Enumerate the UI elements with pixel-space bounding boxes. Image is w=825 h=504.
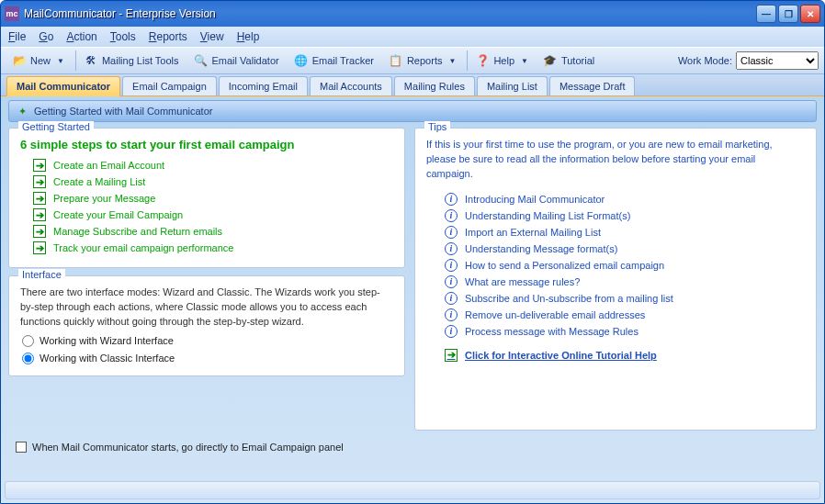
radio-classic[interactable]: Working with Classic Interface	[22, 353, 393, 364]
menu-reports[interactable]: Reports	[149, 30, 187, 43]
startup-checkbox-row[interactable]: When Mail Communicator starts, go direct…	[16, 442, 824, 453]
tip-link-subscribe[interactable]: iSubscribe and Un-subscribe from a maili…	[445, 292, 805, 305]
info-icon: i	[445, 242, 458, 255]
help-button[interactable]: ❓ Help ▼	[469, 51, 534, 70]
tab-incoming-email[interactable]: Incoming Email	[219, 76, 308, 95]
startup-checkbox-label: When Mail Communicator starts, go direct…	[32, 442, 344, 453]
separator	[75, 50, 76, 71]
tab-mailing-rules[interactable]: Mailing Rules	[394, 76, 475, 95]
work-mode-label: Work Mode:	[678, 55, 732, 66]
info-icon: i	[445, 292, 458, 305]
tips-intro: If this is your first time to use the pr…	[426, 138, 805, 182]
toolbar: 📂 New ▼ 🛠 Mailing List Tools 🔍 Email Val…	[1, 47, 824, 74]
help-icon: ❓	[475, 53, 490, 68]
email-tracker-button[interactable]: 🌐 Email Tracker	[288, 51, 379, 70]
getting-started-heading: 6 simple steps to start your first email…	[20, 138, 393, 151]
tip-link-personalized[interactable]: iHow to send a Personalized email campai…	[445, 259, 805, 272]
mailing-list-tools-button[interactable]: 🛠 Mailing List Tools	[78, 51, 185, 70]
tip-link-intro[interactable]: iIntroducing Mail Communicator	[445, 193, 805, 206]
email-validator-button[interactable]: 🔍 Email Validator	[188, 51, 285, 70]
menu-action[interactable]: Action	[66, 30, 96, 43]
arrow-right-icon: ➔	[33, 175, 46, 188]
step-create-campaign[interactable]: ➔Create your Email Campaign	[33, 208, 393, 221]
subheader: ✦ Getting Started with Mail Communicator	[8, 100, 817, 122]
tab-email-campaign[interactable]: Email Campaign	[122, 76, 217, 95]
window-title: MailCommunicator - Enterprise Version	[24, 7, 216, 20]
statusbar	[5, 481, 820, 499]
chevron-down-icon: ▼	[448, 57, 456, 65]
separator	[467, 50, 468, 71]
info-icon: i	[445, 226, 458, 239]
tutorial-button[interactable]: 🎓 Tutorial	[537, 51, 600, 70]
tips-legend: Tips	[424, 121, 450, 132]
tab-mailing-list[interactable]: Mailing List	[477, 76, 548, 95]
startup-checkbox[interactable]	[16, 442, 27, 453]
menu-view[interactable]: View	[200, 30, 224, 43]
minimize-button[interactable]: —	[756, 5, 776, 23]
app-icon: mc	[5, 6, 19, 21]
new-button[interactable]: 📂 New ▼	[6, 51, 70, 70]
menu-tools[interactable]: Tools	[110, 30, 136, 43]
step-create-account[interactable]: ➔Create an Email Account	[33, 159, 393, 172]
tip-link-message-rules[interactable]: iWhat are message rules?	[445, 275, 805, 288]
arrow-right-icon: ➔	[33, 159, 46, 172]
info-icon: i	[445, 209, 458, 222]
app-window: mc MailCommunicator - Enterprise Version…	[0, 0, 825, 504]
info-icon: i	[445, 193, 458, 206]
menu-go[interactable]: Go	[39, 30, 53, 43]
chevron-down-icon: ▼	[57, 57, 64, 65]
wand-icon: ✦	[15, 104, 29, 118]
tutorial-icon: 🎓	[543, 53, 558, 68]
chevron-down-icon: ▼	[521, 57, 528, 65]
tutorial-link[interactable]: ➔Click for Interactive Online Tutorial H…	[445, 349, 805, 362]
folder-icon: 📂	[12, 53, 27, 68]
info-icon: i	[445, 275, 458, 288]
radio-classic-input[interactable]	[22, 353, 34, 364]
tip-link-import-list[interactable]: iImport an External Mailing List	[445, 226, 805, 239]
interface-legend: Interface	[18, 269, 65, 280]
step-prepare-message[interactable]: ➔Prepare your Message	[33, 192, 393, 205]
titlebar: mc MailCommunicator - Enterprise Version…	[1, 1, 824, 27]
arrow-right-icon: ➔	[445, 349, 458, 362]
tabstrip: Mail Communicator Email Campaign Incomin…	[1, 74, 824, 96]
arrow-right-icon: ➔	[33, 241, 46, 254]
tip-link-message-format[interactable]: iUnderstanding Message format(s)	[445, 242, 805, 255]
close-button[interactable]: ✕	[800, 5, 820, 23]
step-create-mailing-list[interactable]: ➔Create a Mailing List	[33, 175, 393, 188]
step-manage-subscribe[interactable]: ➔Manage Subscribe and Return emails	[33, 225, 393, 238]
radio-wizard-input[interactable]	[22, 335, 34, 347]
info-icon: i	[445, 325, 458, 338]
getting-started-panel: Getting Started 6 simple steps to start …	[8, 128, 405, 268]
radio-wizard[interactable]: Working with Wizard Interface	[22, 335, 393, 347]
tip-link-remove-undeliverable[interactable]: iRemove un-deliverable email addresses	[445, 308, 805, 321]
tips-panel: Tips If this is your first time to use t…	[414, 128, 817, 431]
getting-started-legend: Getting Started	[18, 121, 94, 132]
info-icon: i	[445, 308, 458, 321]
interface-text: There are two interface modes: Wizard an…	[20, 286, 393, 330]
arrow-right-icon: ➔	[33, 208, 46, 221]
search-icon: 🔍	[194, 53, 209, 68]
reports-button[interactable]: 📋 Reports ▼	[383, 51, 461, 70]
menu-file[interactable]: File	[8, 30, 26, 43]
tip-link-list-format[interactable]: iUnderstanding Mailing List Format(s)	[445, 209, 805, 222]
arrow-right-icon: ➔	[33, 192, 46, 205]
menu-help[interactable]: Help	[237, 30, 260, 43]
report-icon: 📋	[389, 53, 403, 68]
tab-mail-communicator[interactable]: Mail Communicator	[6, 76, 120, 96]
step-track-performance[interactable]: ➔Track your email campaign performance	[33, 241, 393, 254]
tab-message-draft[interactable]: Message Draft	[549, 76, 636, 95]
work-mode-select[interactable]: Classic	[736, 51, 819, 70]
tools-icon: 🛠	[84, 53, 98, 68]
tab-mail-accounts[interactable]: Mail Accounts	[310, 76, 392, 95]
info-icon: i	[445, 259, 458, 272]
menubar: File Go Action Tools Reports View Help	[1, 27, 824, 47]
tip-link-process-rules[interactable]: iProcess message with Message Rules	[445, 325, 805, 338]
globe-icon: 🌐	[294, 53, 309, 68]
arrow-right-icon: ➔	[33, 225, 46, 238]
maximize-button[interactable]: ❐	[778, 5, 798, 23]
content-area: Getting Started 6 simple steps to start …	[1, 122, 824, 436]
subheader-text: Getting Started with Mail Communicator	[34, 106, 212, 117]
interface-panel: Interface There are two interface modes:…	[8, 275, 405, 376]
